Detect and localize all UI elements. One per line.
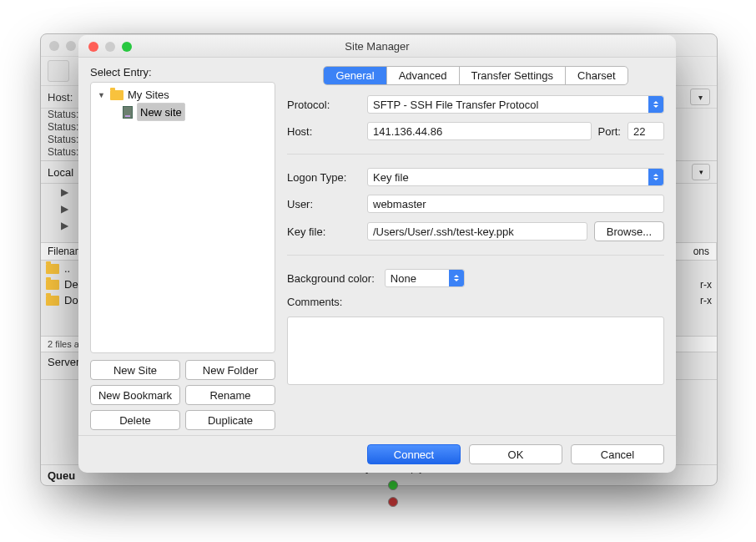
ok-button[interactable]: OK xyxy=(469,444,562,464)
chevron-updown-icon xyxy=(449,270,464,286)
close-icon[interactable] xyxy=(88,42,98,52)
chevron-updown-icon xyxy=(648,169,663,185)
site-manager-dialog: Site Manager Select Entry: ▼ My Sites Ne… xyxy=(78,35,676,473)
port-input[interactable]: 22 xyxy=(627,122,664,140)
tree-root[interactable]: ▼ My Sites xyxy=(94,88,271,102)
logon-type-value: Key file xyxy=(373,171,409,184)
logon-type-select[interactable]: Key file xyxy=(367,168,664,186)
cancel-button[interactable]: Cancel xyxy=(571,444,664,464)
perm-text: r-x xyxy=(700,295,712,306)
site-tree-panel: Select Entry: ▼ My Sites New site New Si… xyxy=(90,66,275,430)
bg-host-label: Host: xyxy=(48,91,73,104)
settings-tabs: General Advanced Transfer Settings Chars… xyxy=(323,66,627,85)
new-site-button[interactable]: New Site xyxy=(90,360,180,380)
chevron-down-icon: ▾ xyxy=(692,164,710,180)
rename-button[interactable]: Rename xyxy=(185,385,275,405)
protocol-select[interactable]: SFTP - SSH File Transfer Protocol xyxy=(367,95,664,114)
dialog-footer: Connect OK Cancel xyxy=(78,435,676,473)
new-bookmark-button[interactable]: New Bookmark xyxy=(90,385,180,405)
dialog-traffic-lights[interactable] xyxy=(88,42,132,52)
bgcolor-select[interactable]: None xyxy=(385,269,465,287)
user-value: webmaster xyxy=(373,198,426,210)
tab-general[interactable]: General xyxy=(324,67,386,84)
zoom-icon[interactable] xyxy=(122,42,132,52)
led-icon xyxy=(388,480,398,490)
site-settings-panel: General Advanced Transfer Settings Chars… xyxy=(287,66,664,430)
bg-min-icon xyxy=(66,41,76,51)
protocol-label: Protocol: xyxy=(287,99,330,111)
tab-advanced[interactable]: Advanced xyxy=(387,67,460,84)
host-input[interactable]: 141.136.44.86 xyxy=(367,122,592,140)
dialog-title: Site Manager xyxy=(78,35,676,58)
led-icon xyxy=(388,497,398,507)
connect-button[interactable]: Connect xyxy=(367,444,461,464)
tree-root-label: My Sites xyxy=(128,89,169,101)
tree-item-label: New site xyxy=(137,103,185,121)
keyfile-input[interactable]: /Users/User/.ssh/test-key.ppk xyxy=(367,222,587,241)
keyfile-value: /Users/User/.ssh/test-key.ppk xyxy=(373,225,514,238)
item-name: .. xyxy=(64,262,70,275)
chevron-updown-icon xyxy=(648,96,663,113)
tree-item-new-site[interactable]: New site xyxy=(94,102,271,122)
minimize-icon xyxy=(105,42,115,52)
tab-charset[interactable]: Charset xyxy=(566,67,627,84)
bg-server-label: Server/ xyxy=(48,356,83,368)
logon-type-label: Logon Type: xyxy=(287,171,346,184)
comments-label: Comments: xyxy=(287,296,342,308)
user-label: User: xyxy=(287,198,313,210)
user-input[interactable]: webmaster xyxy=(367,195,664,213)
tab-transfer-settings[interactable]: Transfer Settings xyxy=(460,67,567,84)
folder-icon xyxy=(46,296,59,306)
toolbar-icon xyxy=(48,60,69,82)
host-label: Host: xyxy=(287,125,312,138)
duplicate-button[interactable]: Duplicate xyxy=(185,410,275,430)
bgcolor-label: Background color: xyxy=(287,272,375,285)
delete-button[interactable]: Delete xyxy=(90,410,180,430)
chevron-down-icon[interactable]: ▼ xyxy=(98,91,106,99)
port-value: 22 xyxy=(633,125,645,138)
site-tree[interactable]: ▼ My Sites New site xyxy=(90,82,275,353)
divider xyxy=(287,154,664,154)
bgcolor-value: None xyxy=(391,272,416,285)
divider xyxy=(287,255,664,256)
bg-local-label: Local xyxy=(48,166,73,179)
folder-icon xyxy=(46,264,59,274)
bg-close-icon xyxy=(49,41,59,51)
bg-queue-label: Queu xyxy=(48,469,75,482)
browse-button[interactable]: Browse... xyxy=(594,221,664,241)
folder-icon xyxy=(46,280,59,290)
new-folder-button[interactable]: New Folder xyxy=(185,360,275,380)
port-label: Port: xyxy=(598,125,621,138)
comments-textarea[interactable] xyxy=(287,317,664,385)
select-entry-label: Select Entry: xyxy=(90,66,275,79)
protocol-value: SFTP - SSH File Transfer Protocol xyxy=(373,99,538,111)
keyfile-label: Key file: xyxy=(287,225,325,238)
host-value: 141.136.44.86 xyxy=(373,125,442,138)
site-icon xyxy=(123,106,133,119)
folder-icon xyxy=(110,90,123,100)
perm-text: r-x xyxy=(700,279,712,291)
bg-dropdown-icon: ▾ xyxy=(690,89,710,105)
col-perm: ons xyxy=(669,243,717,260)
